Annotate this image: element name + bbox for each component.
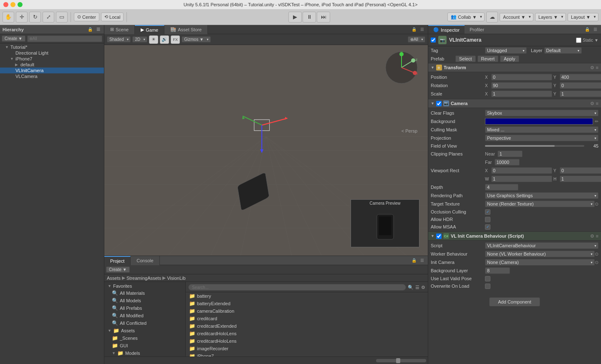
hierarchy-lock-icon[interactable]: 🔒 <box>87 26 93 33</box>
vp-h-field[interactable] <box>560 176 601 182</box>
target-texture-dropdown[interactable]: None (Render Texture) <box>485 201 595 207</box>
tree-scenes[interactable]: 📁 _Scenes <box>104 334 185 342</box>
culling-mask-dropdown[interactable]: Mixed ... <box>485 126 598 133</box>
tree-assets[interactable]: ▼ 📁 Assets <box>104 327 185 334</box>
project-create-btn[interactable]: Create ▼ <box>106 266 130 273</box>
light-btn[interactable]: ☀ <box>149 35 158 44</box>
rotate-tool-btn[interactable]: ↻ <box>29 12 41 23</box>
overwrite-checkbox[interactable] <box>485 284 490 289</box>
2d-btn[interactable]: 2D <box>132 36 147 43</box>
clear-flags-dropdown[interactable]: Skybox <box>485 110 598 116</box>
vp-w-field[interactable] <box>491 176 552 182</box>
add-component-btn[interactable]: Add Component <box>489 297 540 306</box>
near-field[interactable] <box>497 151 523 157</box>
breadcrumb-streaming[interactable]: StreamingAssets <box>126 276 161 281</box>
transform-more-icon[interactable]: ≡ <box>596 65 598 70</box>
collab-dropdown[interactable]: 👥 Collab ▼ <box>447 13 485 21</box>
hierarchy-create-btn[interactable]: Create ▼ <box>2 35 25 42</box>
prefab-apply-btn[interactable]: Apply <box>500 55 519 62</box>
scene-lock-icon[interactable]: 🔒 <box>411 26 417 33</box>
local-btn[interactable]: ⟲ Local <box>101 13 124 21</box>
layer-dropdown[interactable]: Default <box>544 47 582 54</box>
tab-profiler[interactable]: Profiler <box>465 26 489 33</box>
tree-all-materials[interactable]: 🔍 All Materials <box>104 289 185 297</box>
camera-more-icon[interactable]: ≡ <box>596 101 598 106</box>
fx-btn[interactable]: FX <box>171 35 180 44</box>
file-creditcardholo1[interactable]: 📁 creditcardHoloLens <box>186 330 428 337</box>
hand-tool-btn[interactable]: ✋ <box>3 12 14 23</box>
tree-all-models[interactable]: 🔍 All Models <box>104 297 185 304</box>
worker-edit-icon[interactable]: ⊙ <box>595 251 598 257</box>
transform-component-header[interactable]: ▼ ⊕ Transform ⚙ ≡ <box>428 63 601 72</box>
prefab-select-btn[interactable]: Select <box>455 55 476 62</box>
occlusion-checkbox[interactable]: ✓ <box>485 209 490 215</box>
object-active-checkbox[interactable] <box>431 38 436 43</box>
msaa-checkbox[interactable]: ✓ <box>485 224 490 230</box>
bg-layer-field[interactable] <box>485 267 510 274</box>
script-active-checkbox[interactable] <box>436 233 442 239</box>
size-slider[interactable] <box>376 359 426 362</box>
worker-dropdown[interactable]: None (VL Worker Behaviour) <box>485 251 595 257</box>
tree-item-tutorial[interactable]: ▼ Tutorial* <box>0 44 104 50</box>
static-toggle[interactable]: Static ▼ <box>576 38 598 43</box>
search-icon[interactable]: 🔍 <box>408 285 414 290</box>
far-field[interactable] <box>495 159 520 166</box>
all-dropdown[interactable]: ⊕All <box>408 36 425 43</box>
vp-x-field[interactable] <box>491 167 552 174</box>
pos-y-field[interactable] <box>560 74 601 80</box>
gizmos-dropdown[interactable]: Gizmos ▼ <box>182 36 211 43</box>
scene-menu-icon[interactable]: ☰ <box>419 26 425 33</box>
inspector-lock-icon[interactable]: 🔒 <box>584 26 591 33</box>
tab-game[interactable]: ▶ Game <box>135 25 164 34</box>
filter-icon[interactable]: ☰ <box>415 285 419 290</box>
breadcrumb-visionlib[interactable]: VisionLib <box>167 276 185 281</box>
layout-dropdown[interactable]: Layout ▼ <box>568 13 598 21</box>
script-component-header[interactable]: ▼ C# VL Init Camera Behaviour (Script) ⚙… <box>428 231 601 241</box>
tree-item-vlcamera[interactable]: VLCamera <box>0 73 104 79</box>
tree-gui[interactable]: 📁 GUI <box>104 342 185 349</box>
file-creditcardholo2[interactable]: 📁 creditcardHoloLens <box>186 337 428 345</box>
target-texture-edit-icon[interactable]: ⊙ <box>595 201 598 207</box>
pos-x-field[interactable] <box>491 74 552 80</box>
close-button[interactable] <box>3 2 8 7</box>
script-dropdown[interactable]: VLInitCameraBehaviour <box>485 242 598 249</box>
hierarchy-menu-icon[interactable]: ☰ <box>95 26 101 33</box>
file-cameracalib[interactable]: 📁 cameraCalibration <box>186 307 428 315</box>
scale-y-field[interactable] <box>560 90 601 97</box>
rect-tool-btn[interactable]: ▭ <box>56 12 68 23</box>
shaded-dropdown[interactable]: Shaded <box>107 36 131 43</box>
camera-settings-icon[interactable]: ⚙ <box>590 101 594 106</box>
tree-models[interactable]: ▼ 📁 Models <box>104 349 185 356</box>
tree-favorites[interactable]: ▼ Favorites <box>104 283 185 289</box>
rendering-dropdown[interactable]: Use Graphics Settings <box>485 192 598 199</box>
file-iphone7[interactable]: 📁 iPhone7 <box>186 352 428 356</box>
file-batteryextended[interactable]: 📁 batteryExtended <box>186 300 428 307</box>
center-btn[interactable]: ⊙ Center <box>74 13 99 21</box>
inspector-menu-icon[interactable]: ☰ <box>592 26 598 33</box>
breadcrumb-assets[interactable]: Assets <box>107 276 121 281</box>
tree-all-prefabs[interactable]: 🔍 All Prefabs <box>104 304 185 312</box>
hierarchy-search[interactable] <box>27 35 102 42</box>
static-checkbox[interactable] <box>576 38 581 43</box>
rot-x-field[interactable] <box>491 82 552 89</box>
scene-view[interactable]: Y Z X < Persp Camera Preview <box>104 45 428 256</box>
init-camera-dropdown[interactable]: None (Camera) <box>485 259 595 266</box>
pause-btn[interactable]: ⏸ <box>303 12 316 23</box>
tree-all-modified[interactable]: 🔍 All Modified <box>104 312 185 319</box>
transform-settings-icon[interactable]: ⚙ <box>590 65 594 70</box>
script-settings-icon[interactable]: ⚙ <box>590 233 594 239</box>
file-creditcard[interactable]: 📁 creditcard <box>186 315 428 322</box>
script-more-icon[interactable]: ≡ <box>596 233 598 238</box>
tab-scene[interactable]: ⊞ Scene <box>104 25 135 34</box>
vp-y-field[interactable] <box>560 167 601 174</box>
settings-icon[interactable]: ⚙ <box>421 285 425 290</box>
scale-tool-btn[interactable]: ⤢ <box>43 12 54 23</box>
tab-console[interactable]: Console <box>131 256 159 265</box>
projection-dropdown[interactable]: Perspective <box>485 135 598 141</box>
use-last-checkbox[interactable] <box>485 276 490 281</box>
tree-item-iphone7[interactable]: ▼ iPhone7 <box>0 56 104 62</box>
rot-y-field[interactable] <box>560 82 601 89</box>
play-btn[interactable]: ▶ <box>288 12 302 23</box>
maximize-button[interactable] <box>18 2 23 7</box>
scale-x-field[interactable] <box>491 90 552 97</box>
